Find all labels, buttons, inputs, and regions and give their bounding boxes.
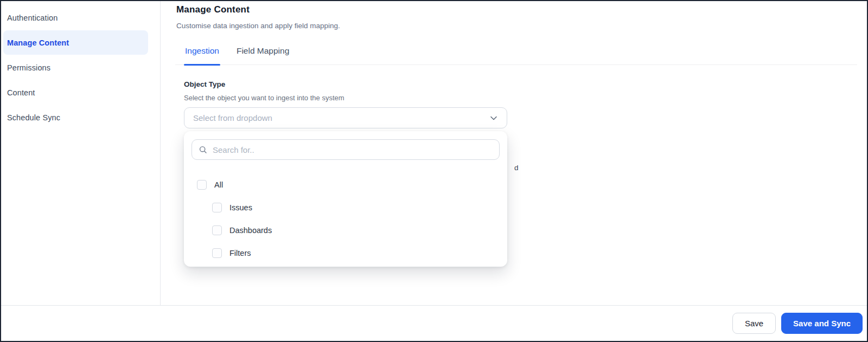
main-panel: Manage Content Customise data ingestion … — [161, 1, 867, 305]
dropdown-search-input[interactable] — [213, 145, 493, 154]
option-all-label: All — [214, 180, 223, 189]
tab-field-mapping-label: Field Mapping — [237, 46, 289, 55]
sidebar-item-schedule-sync[interactable]: Schedule Sync — [3, 105, 148, 130]
checkbox-dashboards[interactable] — [212, 225, 222, 235]
chevron-down-icon — [489, 114, 498, 122]
footer-action-bar: Save Save and Sync — [1, 305, 867, 341]
object-type-label: Object Type — [184, 80, 225, 88]
dropdown-search-box[interactable] — [192, 139, 500, 160]
sidebar-item-manage-content[interactable]: Manage Content — [3, 30, 148, 55]
page-subtitle: Customise data ingestion and apply field… — [176, 22, 867, 30]
tab-ingestion[interactable]: Ingestion — [184, 41, 220, 64]
dropdown-options-list: All Issues Dashboards Filters — [184, 160, 507, 264]
save-button[interactable]: Save — [732, 313, 776, 334]
object-type-dropdown-panel: All Issues Dashboards Filters — [184, 131, 507, 267]
occluded-text-fragment: d — [514, 164, 519, 172]
save-and-sync-button[interactable]: Save and Sync — [781, 313, 863, 334]
option-filters-label: Filters — [229, 249, 251, 257]
option-dashboards[interactable]: Dashboards — [212, 219, 499, 242]
settings-window: Authentication Manage Content Permission… — [0, 0, 868, 342]
object-type-select-placeholder: Select from dropdown — [193, 113, 489, 122]
sidebar-item-authentication[interactable]: Authentication — [3, 5, 148, 30]
tab-bar: Ingestion Field Mapping — [175, 41, 857, 65]
tab-ingestion-label: Ingestion — [185, 46, 219, 55]
option-all[interactable]: All — [197, 173, 499, 196]
settings-sidebar: Authentication Manage Content Permission… — [1, 1, 161, 305]
search-icon — [199, 145, 208, 154]
checkbox-issues[interactable] — [212, 203, 222, 212]
object-type-help-text: Select the object you want to ingest int… — [184, 94, 344, 102]
option-dashboards-label: Dashboards — [229, 226, 272, 235]
sidebar-item-permissions[interactable]: Permissions — [3, 55, 148, 80]
active-tab-underline — [184, 64, 220, 66]
object-type-select[interactable]: Select from dropdown — [184, 107, 507, 128]
option-issues[interactable]: Issues — [212, 196, 499, 219]
checkbox-all[interactable] — [197, 180, 207, 190]
option-issues-label: Issues — [229, 203, 252, 212]
checkbox-filters[interactable] — [212, 248, 222, 258]
option-filters[interactable]: Filters — [212, 242, 499, 264]
sidebar-item-content[interactable]: Content — [3, 80, 148, 105]
tab-field-mapping[interactable]: Field Mapping — [235, 41, 290, 64]
page-title: Manage Content — [176, 4, 867, 15]
